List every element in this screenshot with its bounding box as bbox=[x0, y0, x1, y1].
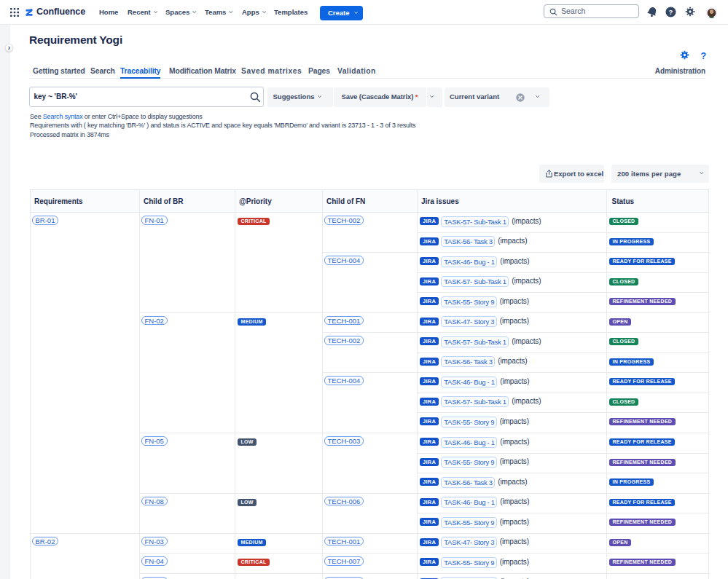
svg-text:?: ? bbox=[669, 8, 673, 16]
